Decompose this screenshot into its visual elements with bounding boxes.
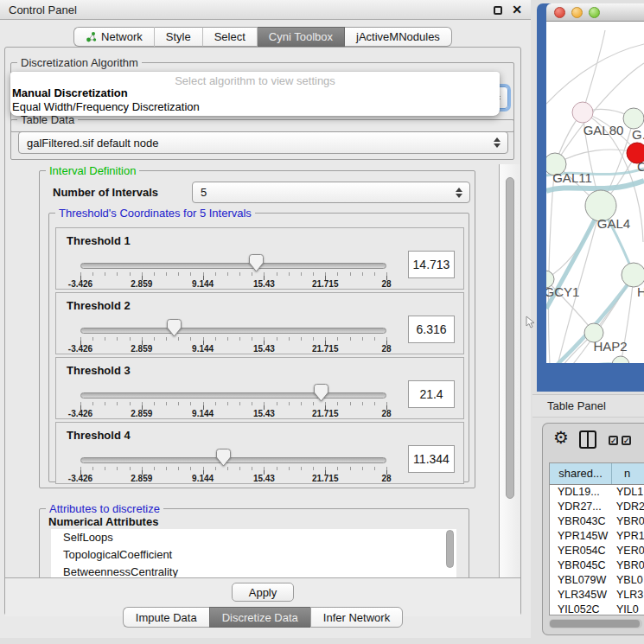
attributes-group-title: Attributes to discretize [46,502,163,515]
attributes-group: Attributes to discretize Numerical Attri… [39,508,469,577]
network-node-gal80[interactable] [572,102,593,123]
network-tab-icon [86,31,97,42]
panel-scrollbar-thumb[interactable] [506,177,514,499]
table-data-combobox[interactable]: galFiltered.sif default node [18,131,508,154]
minimize-traffic-light[interactable] [571,7,583,18]
gear-icon[interactable]: ⚙ [553,429,569,446]
numerical-attributes-label: Numerical Attributes [48,515,158,528]
threshold-2-slider-handle[interactable] [167,319,182,337]
node-label-h-partial: H [637,284,644,299]
number-of-intervals-value: 5 [201,186,207,199]
table-panel-title: Table Panel [547,399,606,412]
node-label-gal80: GAL80 [583,123,624,137]
numerical-attributes-list: SelfLoops TopologicalCoefficient Between… [51,529,456,577]
table-row[interactable]: YBR043CYBR0 [550,514,644,529]
control-panel-window: Control Panel ✕ Network Style Select Cyn… [0,0,531,638]
algorithm-option-manual[interactable]: Manual Discretization [10,86,500,100]
threshold-1-slider-track[interactable] [80,263,386,269]
threshold-2-slider-track[interactable] [80,328,386,334]
network-node-right-mid[interactable] [622,263,644,287]
threshold-2-value-field[interactable]: 6.316 [408,316,455,343]
table-panel-header: Table Panel [532,394,644,418]
list-item[interactable]: BetweennessCentrality [51,564,456,577]
threshold-3-label: Threshold 3 [67,364,131,377]
screen: Control Panel ✕ Network Style Select Cyn… [0,0,644,644]
top-tab-bar: Network Style Select Cyni Toolbox jActiv… [0,27,526,47]
threshold-3-value-field[interactable]: 21.4 [408,380,455,408]
network-node-bottom[interactable] [612,356,629,363]
tab-infer-network[interactable]: Infer Network [310,607,403,628]
mouse-cursor [526,316,535,328]
node-label-hap2: HAP2 [593,339,627,354]
table-header-row: shared... n [550,463,644,485]
panel-scrollbar-track[interactable] [499,164,520,577]
table-row[interactable]: YBL079WYBL0 [550,573,644,588]
table-row[interactable]: YPR145WYPR1 [550,529,644,544]
threshold-3-panel: Threshold 3 -3.426 2.859 9.144 15.43 [55,357,464,419]
column-header-name[interactable]: n [612,463,644,484]
number-of-intervals-spinner[interactable]: 5 [192,182,470,203]
close-icon[interactable]: ✕ [512,3,522,16]
settings-scroll-viewport: Interval Definition Number of Intervals … [5,164,500,577]
table-row[interactable]: YDR27...YDR2 [550,500,644,514]
table-horizontal-scrollbar[interactable] [549,619,642,628]
threshold-1-value-field[interactable]: 14.713 [408,251,455,278]
network-view-window: GAL80 G. C GAL11 GAL4 GCY1 H HAP2 [537,3,644,392]
threshold-4-value-field[interactable]: 11.344 [408,445,455,473]
interval-definition-group: Interval Definition Number of Intervals … [39,170,475,488]
tab-discretize-data[interactable]: Discretize Data [209,607,310,628]
tab-style[interactable]: Style [155,27,203,47]
table-data-selected-value: galFiltered.sif default node [27,137,158,150]
control-panel-title: Control Panel [9,3,77,16]
threshold-4-label: Threshold 4 [67,429,131,442]
threshold-3-slider-handle[interactable] [314,384,328,402]
network-canvas[interactable]: GAL80 G. C GAL11 GAL4 GCY1 H HAP2 [546,22,644,363]
list-item[interactable]: TopologicalCoefficient [51,546,456,564]
apply-button[interactable]: Apply [232,583,294,602]
network-window-titlebar [546,3,644,22]
threshold-2-panel: Threshold 2 -3.426 2.859 9.144 15.43 [55,292,464,354]
threshold-2-scale: -3.426 2.859 9.144 15.43 21.715 28 [80,344,386,355]
bottom-tab-bar: Impute Data Discretize Data Infer Networ… [0,607,526,628]
tab-impute-data[interactable]: Impute Data [123,607,209,628]
table-row[interactable]: YDL19...YDL1 [550,485,644,500]
spinner-arrows-icon[interactable] [456,188,462,198]
algorithm-option-equal-width[interactable]: Equal Width/Frequency Discretization [10,100,500,114]
zoom-traffic-light[interactable] [589,7,600,18]
chevron-up-down-icon [494,137,501,148]
thresholds-coordinates-group: Threshold's Coordinates for 5 Intervals … [48,213,469,482]
discretization-algorithm-group-title: Discretization Algorithm [17,56,142,69]
tab-cyni-toolbox[interactable]: Cyni Toolbox [258,27,345,47]
attributes-list-scrollbar[interactable] [446,530,454,568]
threshold-1-slider-handle[interactable] [249,254,264,272]
threshold-4-scale: -3.426 2.859 9.144 15.43 21.715 28 [80,474,386,485]
table-row[interactable]: YER054CYER0 [550,544,644,558]
threshold-3-slider-track[interactable] [80,392,386,399]
threshold-1-scale: -3.426 2.859 9.144 15.43 21.715 28 [80,279,386,290]
threshold-4-slider-handle[interactable] [216,449,231,467]
table-row[interactable]: YBR045CYBR0 [550,558,644,573]
close-traffic-light[interactable] [554,7,565,18]
control-panel-titlebar: Control Panel ✕ [0,0,531,20]
tab-jactivemnodules[interactable]: jActiveMNodules [345,27,452,47]
table-horizontal-scrollbar-thumb[interactable] [550,620,640,628]
list-item[interactable]: SelfLoops [51,529,456,546]
interval-definition-group-title: Interval Definition [46,164,139,177]
checkbox-icon[interactable]: ✓ [609,436,618,445]
tab-network[interactable]: Network [73,27,155,47]
node-label-c-partial: C [637,159,644,174]
checkbox-icon[interactable]: ✓ [622,436,631,445]
threshold-1-label: Threshold 1 [67,234,131,247]
threshold-4-slider-track[interactable] [80,457,386,463]
column-header-shared[interactable]: shared... [550,463,612,484]
split-columns-icon[interactable] [579,430,596,449]
table-row[interactable]: YLR345WYLR3 [550,588,644,603]
table-data-group: Table Data galFiltered.sif default node [10,119,514,160]
cyni-toolbox-panel: Discretization Algorithm Table Data galF… [4,47,521,615]
threshold-2-label: Threshold 2 [67,299,131,312]
table-row[interactable]: YIL052CYIL0 [550,603,644,615]
thresholds-coordinates-group-title: Threshold's Coordinates for 5 Intervals [55,207,255,220]
network-node-right-top[interactable] [623,108,644,129]
float-window-icon[interactable] [494,6,502,15]
tab-select[interactable]: Select [203,27,258,47]
